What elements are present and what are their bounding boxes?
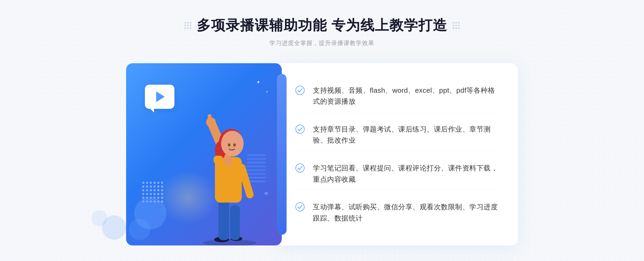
svg-point-16 [296,86,304,95]
svg-point-0 [203,240,257,245]
check-icon-2 [295,124,305,134]
check-icon-4 [295,202,305,212]
svg-point-18 [296,164,304,172]
svg-point-14 [233,143,236,147]
feature-text-3: 学习笔记回看、课程提问、课程评论打分、课件资料下载，重点内容收藏 [313,163,499,185]
svg-rect-4 [230,205,240,240]
feature-text-1: 支持视频、音频、flash、word、excel、ppt、pdf等各种格式的资源… [313,85,499,107]
features-panel: 支持视频、音频、flash、word、excel、ppt、pdf等各种格式的资源… [276,63,518,245]
svg-line-9 [242,168,250,195]
page-title: 多项录播课辅助功能 专为线上教学打造 [197,16,447,35]
svg-point-17 [296,125,304,133]
dot-grid-left [184,22,191,29]
svg-point-13 [228,143,230,147]
feature-item-3: 学习笔记回看、课程提问、课程评论打分、课件资料下载，重点内容收藏 [295,158,499,190]
dot-grid-right [453,22,460,29]
feature-item-2: 支持章节目录、弹题考试、课后练习、课后作业、章节测验、批改作业 [295,119,499,151]
svg-rect-8 [208,114,211,124]
page-wrapper: 多项录播课辅助功能 专为线上教学打造 学习进度全掌握，提升录播课教学效果 » ✦ [0,0,644,245]
svg-point-19 [296,203,304,211]
sparkle-icon-1: ✦ [256,79,260,85]
main-content: » ✦ ✦ « [107,63,537,245]
page-subtitle: 学习进度全掌握，提升录播课教学效果 [184,39,460,47]
svg-rect-3 [218,200,229,240]
header-section: 多项录播课辅助功能 专为线上教学打造 学习进度全掌握，提升录播课教学效果 [184,16,460,47]
title-row: 多项录播课辅助功能 专为线上教学打造 [184,16,460,35]
play-bubble [145,85,174,109]
illustration-card: ✦ ✦ « [126,63,282,245]
accent-bar [277,74,287,235]
left-decorative-dots [184,22,191,29]
blue-circle-small [129,219,150,240]
feature-text-4: 互动弹幕、试听购买、微信分享、观看次数限制、学习进度跟踪、数据统计 [313,202,499,224]
check-icon-1 [295,85,305,95]
person-illustration [187,98,273,245]
svg-rect-15 [214,156,223,164]
feature-item-4: 互动弹幕、试听购买、微信分享、观看次数限制、学习进度跟踪、数据统计 [295,197,499,229]
feature-item-1: 支持视频、音频、flash、word、excel、ppt、pdf等各种格式的资源… [295,80,499,112]
feature-text-2: 支持章节目录、弹题考试、课后练习、课后作业、章节测验、批改作业 [313,124,499,146]
play-triangle-icon [156,91,165,102]
right-decorative-dots [453,22,460,29]
svg-point-12 [221,131,244,156]
check-icon-3 [295,163,305,173]
page-circle-small [91,210,107,226]
sparkle-icon-2: ✦ [266,90,268,94]
